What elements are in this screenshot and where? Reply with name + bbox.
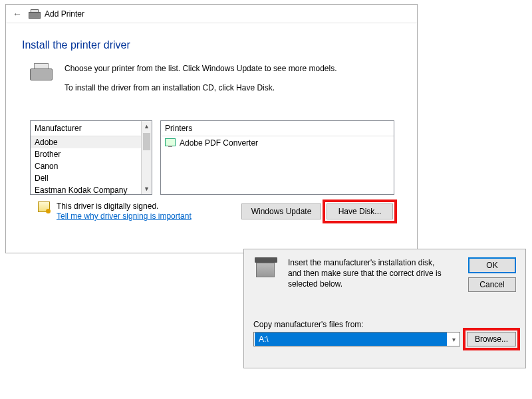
printer-item-label: Adobe PDF Converter: [180, 138, 258, 148]
manufacturer-item[interactable]: Adobe: [31, 136, 152, 148]
signed-status-text: This driver is digitally signed.: [57, 201, 192, 212]
scroll-down-icon[interactable]: ▼: [142, 184, 152, 194]
disk-dialog-bottom: Copy manufacturer's files from: A:\ ▾ Br…: [253, 320, 516, 346]
disk-dialog-left: Insert the manufacturer's installation d…: [253, 257, 448, 292]
path-combobox[interactable]: A:\ ▾: [253, 332, 460, 346]
install-from-disk-dialog: Insert the manufacturer's installation d…: [243, 249, 526, 368]
disk-dialog-top: Insert the manufacturer's installation d…: [253, 257, 516, 292]
disk-dialog-buttons: OK Cancel: [468, 257, 516, 292]
instruction-line-1: Choose your printer from the list. Click…: [65, 63, 337, 74]
signing-help-link[interactable]: Tell me why driver signing is important: [57, 211, 192, 221]
manufacturer-listbox[interactable]: Manufacturer Adobe Brother Canon Dell Ea…: [30, 120, 152, 195]
have-disk-button[interactable]: Have Disk...: [327, 203, 393, 219]
manufacturer-item[interactable]: Dell: [31, 172, 152, 184]
cancel-button[interactable]: Cancel: [468, 277, 516, 292]
wizard-titlebar: ← Add Printer: [6, 5, 417, 23]
manufacturer-item[interactable]: Brother: [31, 148, 152, 160]
instructions-text: Choose your printer from the list. Click…: [65, 63, 337, 102]
manufacturer-item[interactable]: Canon: [31, 160, 152, 172]
disk-dialog-message: Insert the manufacturer's installation d…: [288, 257, 448, 292]
ok-button[interactable]: OK: [468, 257, 516, 273]
path-value: A:\: [255, 332, 447, 346]
copy-from-row: A:\ ▾ Browse...: [253, 332, 516, 346]
instructions: Choose your printer from the list. Click…: [22, 63, 401, 102]
printer-driver-icon: [30, 63, 54, 83]
windows-update-button[interactable]: Windows Update: [241, 203, 321, 219]
instruction-line-2: To install the driver from an installati…: [65, 82, 337, 94]
wizard-button-row: Windows Update Have Disk...: [241, 203, 393, 219]
printers-listbox[interactable]: Printers Adobe PDF Converter: [160, 120, 394, 195]
floppy-drive-icon: [253, 257, 279, 280]
signing-text-block: This driver is digitally signed. Tell me…: [57, 201, 192, 222]
scroll-thumb[interactable]: [143, 133, 150, 150]
printer-item[interactable]: Adobe PDF Converter: [161, 136, 394, 150]
copy-from-label: Copy manufacturer's files from:: [253, 320, 516, 329]
wizard-title: Add Printer: [45, 9, 84, 19]
certificate-icon: [38, 201, 50, 212]
printer-icon: [29, 9, 39, 19]
signing-row: This driver is digitally signed. Tell me…: [22, 195, 401, 222]
signing-info: This driver is digitally signed. Tell me…: [38, 201, 192, 222]
manufacturer-header: Manufacturer: [31, 121, 152, 136]
manufacturer-items: Adobe Brother Canon Dell Eastman Kodak C…: [31, 136, 152, 196]
driver-lists: Manufacturer Adobe Brother Canon Dell Ea…: [22, 120, 401, 195]
chevron-down-icon[interactable]: ▾: [448, 336, 460, 343]
manufacturer-scrollbar[interactable]: ▲ ▼: [141, 121, 152, 194]
page-title: Install the printer driver: [22, 39, 401, 51]
manufacturer-item[interactable]: Eastman Kodak Company: [31, 184, 152, 196]
back-button[interactable]: ←: [11, 8, 23, 20]
printers-header: Printers: [161, 121, 394, 136]
printer-model-icon: [165, 138, 176, 148]
wizard-body: Install the printer driver Choose your p…: [6, 23, 417, 231]
browse-button[interactable]: Browse...: [467, 332, 516, 346]
add-printer-wizard: ← Add Printer Install the printer driver…: [5, 4, 418, 253]
scroll-up-icon[interactable]: ▲: [142, 121, 152, 132]
